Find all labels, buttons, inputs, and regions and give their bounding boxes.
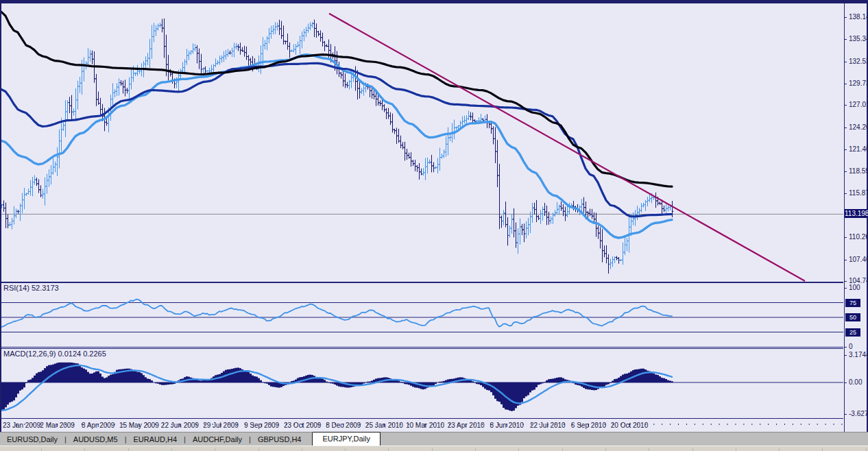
axis-tick	[845, 355, 847, 356]
axis-tick	[845, 62, 847, 62]
status-bar-divider	[736, 448, 736, 451]
trading-terminal-window: RSI(14) 52.3173 MACD(12,26,9) 0.0124 0.2…	[0, 0, 868, 451]
axis-tick	[845, 39, 847, 40]
price-axis-label: 129.730	[849, 80, 868, 87]
status-bar-divider	[171, 448, 172, 451]
axis-tick	[845, 414, 847, 415]
axis-tick	[845, 347, 847, 348]
time-axis-label: 8 Apr 2009	[82, 422, 114, 429]
status-bar-divider	[866, 448, 867, 451]
tab-eurusd-daily[interactable]: EURUSD,Daily	[0, 433, 64, 446]
status-bar	[0, 446, 868, 451]
status-bar-divider	[432, 448, 433, 451]
time-axis-label: 25 Jan 2010	[365, 422, 403, 429]
status-bar-divider	[605, 448, 606, 451]
tab-euraud-h4[interactable]: EURAUD,H4	[126, 433, 184, 446]
status-bar-divider	[518, 448, 519, 451]
time-axis-label: 8 Dec 2009	[326, 422, 361, 429]
current-price-badge: 113.198	[845, 209, 867, 218]
status-bar-divider	[128, 448, 129, 451]
macd-scale-label: 0.00	[849, 378, 862, 386]
price-axis-label: 110.265	[849, 233, 868, 241]
time-axis: 23 Jan 20092 Mar 20098 Apr 200915 May 20…	[1, 418, 843, 432]
time-axis-label: 23 Jan 2009	[3, 422, 40, 429]
status-bar-divider	[692, 448, 693, 451]
price-axis-label: 121.400	[849, 145, 868, 153]
time-axis-label: 20 Oct 2010	[611, 422, 648, 429]
status-bar-divider	[779, 448, 780, 451]
axis-tick	[845, 260, 847, 260]
price-axis[interactable]: 138.145135.340132.535129.730127.010124.2…	[844, 3, 867, 432]
rsi-level-badge: 25	[845, 328, 860, 337]
status-bar-divider	[345, 448, 346, 451]
axis-tick	[845, 281, 847, 282]
axis-tick	[845, 17, 847, 18]
axis-tick	[845, 288, 847, 289]
macd-scale-label: 3.1744	[849, 351, 868, 358]
tab-gbpusd-h4[interactable]: GBPUSD,H4	[251, 433, 309, 446]
status-bar-divider	[562, 448, 563, 451]
status-bar-divider	[258, 448, 259, 451]
status-bar-divider	[388, 448, 389, 451]
macd-indicator-panel[interactable]: MACD(12,26,9) 0.0124 0.2265	[1, 348, 843, 419]
price-axis-label: 118.595	[849, 167, 868, 175]
axis-tick	[845, 149, 847, 150]
status-bar-divider	[649, 448, 649, 451]
rsi-indicator-panel[interactable]: RSI(14) 52.3173	[1, 282, 843, 348]
price-axis-label: 107.460	[849, 256, 868, 263]
axis-tick	[845, 237, 847, 238]
axis-tick	[845, 382, 847, 383]
status-bar-divider	[215, 448, 215, 451]
status-bar-divider	[41, 448, 42, 451]
status-bar-divider	[84, 448, 85, 451]
time-axis-label: 22 Jul 2010	[530, 422, 566, 429]
tab-audusd-m5[interactable]: AUDUSD,M5	[67, 433, 125, 446]
tab-audchf-daily[interactable]: AUDCHF,Daily	[186, 433, 249, 446]
axis-tick	[845, 127, 847, 128]
price-chart-panel[interactable]	[1, 3, 843, 282]
time-axis-label: 22 Jun 2009	[161, 422, 199, 429]
rsi-scale-label: 0	[849, 343, 853, 350]
time-axis-label: 6 Sep 2010	[571, 422, 606, 429]
price-axis-label: 127.010	[849, 101, 868, 108]
axis-tick	[845, 105, 847, 106]
price-axis-label: 138.145	[849, 13, 868, 21]
rsi-scale-label: 100	[849, 284, 860, 291]
time-axis-label: 29 Jul 2009	[203, 422, 239, 429]
rsi-canvas	[1, 283, 843, 347]
price-axis-label: 132.535	[849, 58, 868, 65]
rsi-level-badge: 50	[845, 313, 860, 321]
axis-tick	[845, 171, 847, 172]
status-bar-divider	[302, 448, 302, 451]
price-axis-label: 135.340	[849, 35, 868, 42]
axis-tick	[845, 84, 847, 84]
status-bar-divider	[822, 448, 823, 451]
time-axis-label: 10 Mar 2010	[406, 422, 444, 429]
price-axis-label: 115.875	[849, 189, 868, 197]
time-axis-label: 8 Jun 2010	[490, 422, 524, 429]
macd-canvas	[1, 349, 843, 418]
rsi-level-badge: 75	[845, 299, 860, 307]
chart-tab-bar: EURUSD,Daily|AUDUSD,M5|EURAUD,H4|AUDCHF,…	[0, 432, 868, 446]
price-axis-label: 124.205	[849, 123, 868, 131]
time-axis-label: 2 Mar 2009	[40, 422, 75, 429]
tab-eurjpy-daily[interactable]: EURJPY,Daily	[312, 432, 381, 446]
status-bar-divider	[475, 448, 476, 451]
time-axis-label: 15 May 2009	[119, 422, 159, 429]
time-axis-label: 9 Sep 2009	[244, 422, 279, 429]
time-axis-label: 23 Oct 2009	[284, 422, 321, 429]
macd-scale-label: -3.6279	[849, 410, 868, 417]
time-axis-label: 23 Apr 2010	[448, 422, 485, 429]
axis-tick	[845, 193, 847, 194]
price-chart-canvas	[1, 3, 843, 282]
